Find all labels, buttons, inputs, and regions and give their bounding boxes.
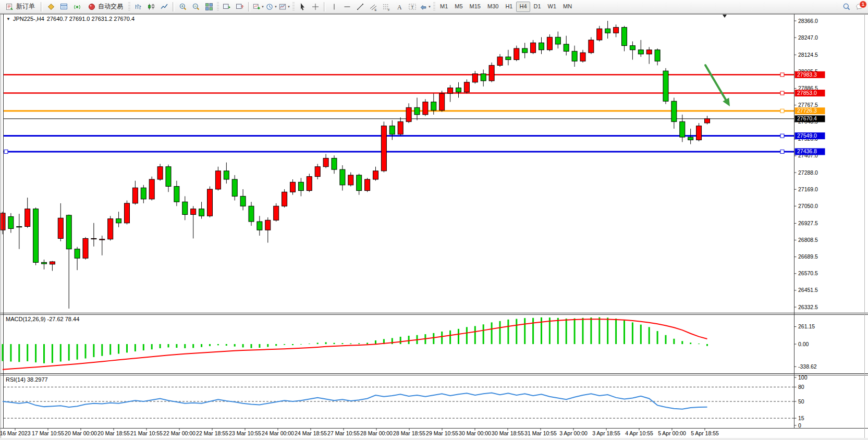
timeframe-button-mn[interactable]: MN	[560, 2, 575, 12]
candle-body	[8, 217, 14, 229]
candlestick-button[interactable]	[145, 1, 157, 13]
crosshair-icon	[311, 3, 320, 11]
line-handle[interactable]	[780, 73, 784, 77]
notifications-button[interactable]: 1	[853, 1, 866, 13]
line-handle[interactable]	[780, 91, 784, 95]
timeframe-button-m1[interactable]: M1	[437, 2, 451, 12]
candle-body	[680, 121, 685, 137]
horizontal-line-button[interactable]	[341, 1, 353, 13]
line-handle[interactable]	[780, 150, 784, 153]
candle-body	[58, 218, 63, 238]
price-tick-label: 26927.5	[798, 220, 818, 226]
date-tick-label: 5 Apr 18:55	[691, 430, 719, 436]
candle-body	[166, 167, 171, 187]
timeframe-button-m5[interactable]: M5	[451, 2, 466, 12]
timeframe-button-w1[interactable]: W1	[545, 2, 560, 12]
vertical-line-button[interactable]	[328, 1, 340, 13]
candle-body	[265, 220, 271, 230]
tile-windows-button[interactable]	[203, 1, 215, 13]
candle-body	[340, 169, 345, 185]
new-chart-button[interactable]: ▼	[252, 1, 265, 13]
cursor-icon	[298, 3, 307, 11]
candle-body	[91, 238, 96, 239]
candle-body	[547, 37, 552, 50]
candle-body	[25, 209, 30, 227]
line-handle[interactable]	[4, 150, 8, 153]
chart-symbol-period: JPN225-,H4	[13, 16, 44, 22]
toolbar-separator	[173, 2, 175, 11]
candle-body	[42, 262, 47, 264]
price-chart[interactable]: 28366.028247.028124.528005.527886.527767…	[0, 0, 868, 440]
signals-button[interactable]	[71, 1, 83, 13]
arrows-button[interactable]: ▼	[419, 1, 432, 13]
timeframe-button-m30[interactable]: M30	[484, 2, 502, 12]
auto-trading-button[interactable]: 自动交易	[84, 1, 127, 13]
channel-icon: E	[369, 3, 377, 11]
gold-button[interactable]	[45, 1, 57, 13]
dropdown-arrow-icon[interactable]: ▼	[428, 5, 431, 8]
rsi-tick-label: 100	[798, 374, 808, 381]
timeframe-button-h1[interactable]: H1	[502, 2, 516, 12]
price-tick-label: 27169.0	[798, 186, 818, 192]
text-label-icon: T	[408, 3, 417, 11]
price-tag-label: 27670.4	[797, 115, 817, 121]
line-handle[interactable]	[780, 134, 784, 138]
candle-body	[157, 167, 163, 179]
toolbar-grip	[292, 2, 295, 11]
candle-body	[75, 249, 80, 259]
timeframe-button-d1[interactable]: D1	[531, 2, 544, 12]
timeframe-button-h4[interactable]: H4	[516, 2, 530, 12]
signals-icon	[73, 3, 81, 11]
search-icon	[842, 3, 851, 11]
template-icon	[279, 3, 286, 11]
candle-body	[249, 206, 254, 222]
trendline-button[interactable]	[354, 1, 366, 13]
periods-button[interactable]: ▼	[265, 1, 278, 13]
zoom-out-button[interactable]	[190, 1, 202, 13]
candle-body	[108, 219, 113, 239]
text-label-button[interactable]: T	[406, 1, 419, 13]
new-order-button[interactable]: 新订单	[2, 1, 39, 13]
candle-body	[290, 182, 296, 192]
fibonacci-button[interactable]: F	[380, 1, 393, 13]
candle-body	[414, 107, 420, 115]
candle-body	[182, 202, 188, 214]
price-tag-label: 27436.8	[797, 148, 817, 154]
zoom-in-button[interactable]	[177, 1, 189, 13]
text-button[interactable]: A	[393, 1, 406, 13]
chart-dropdown-icon[interactable]: ▼	[6, 17, 10, 21]
price-tick-label: 27050.0	[798, 203, 818, 209]
timeframe-button-m15[interactable]: M15	[467, 2, 484, 12]
price-tag-label: 27726.3	[797, 107, 817, 114]
arrange-charts-button[interactable]	[221, 1, 233, 13]
toolbar-separator	[41, 2, 43, 11]
crosshair-button[interactable]	[309, 1, 322, 13]
dropdown-arrow-icon[interactable]: ▼	[287, 5, 290, 8]
candle-body	[50, 262, 55, 264]
line-chart-button[interactable]	[158, 1, 170, 13]
candle-body	[207, 189, 213, 216]
trendline-icon	[356, 3, 364, 11]
candle-body	[191, 209, 196, 215]
toolbar-grip	[128, 2, 130, 11]
candle-body	[149, 179, 154, 199]
candle-body	[83, 238, 88, 258]
rsi-indicator-label: RSI(14) 38.2977	[6, 376, 48, 383]
candle-body	[423, 102, 428, 115]
dropdown-arrow-icon[interactable]: ▼	[261, 5, 264, 8]
bar-chart-icon	[134, 3, 142, 11]
templates-button[interactable]: ▼	[278, 1, 291, 13]
cursor-button[interactable]	[296, 1, 309, 13]
horizontal-line-icon	[343, 3, 351, 11]
market-watch-button[interactable]	[58, 1, 70, 13]
bar-chart-button[interactable]	[132, 1, 144, 13]
date-tick-label: 27 Mar 10:55	[327, 430, 360, 436]
date-tick-label: 23 Mar 10:55	[229, 430, 261, 436]
line-handle[interactable]	[780, 109, 784, 113]
price-tick-label: 26570.5	[798, 270, 818, 276]
price-tag-label: 27549.0	[797, 132, 817, 139]
auto-arrange-button[interactable]	[234, 1, 246, 13]
channel-button[interactable]: E	[367, 1, 380, 13]
search-button[interactable]	[840, 1, 853, 13]
dropdown-arrow-icon[interactable]: ▼	[274, 5, 277, 8]
